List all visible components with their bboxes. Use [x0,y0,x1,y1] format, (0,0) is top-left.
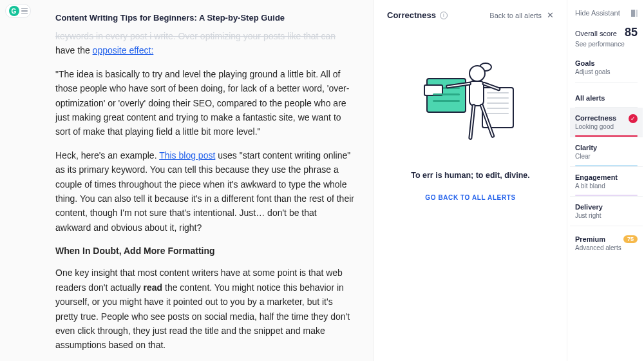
premium-count-badge: 75 [623,235,638,243]
close-icon[interactable]: ✕ [547,10,554,20]
check-icon: ✓ [629,114,638,123]
go-back-to-alerts-button[interactable]: GO BACK TO ALL ALERTS [425,194,515,201]
quote-paragraph: "The idea is basically to try and level … [55,67,354,139]
overall-score[interactable]: Overall score 85 [575,26,638,39]
document-column: Content Writing Tips for Beginners: A St… [0,0,374,361]
opposite-effect-link[interactable]: opposite effect: [93,45,154,55]
alert-panel: Correctness i Back to all alerts ✕ To er… [374,0,567,361]
assistant-sidebar: Hide Assistant Overall score 85 See perf… [567,0,644,361]
alert-title: Correctness [387,10,436,20]
goals-group[interactable]: Goals Adjust goals [575,59,638,83]
document-body[interactable]: keywords in every post i write. Over opt… [55,29,354,361]
motivational-quote: To err is human; to edit, divine. [411,171,530,180]
category-correctness[interactable]: Correctness Looking good ✓ [570,108,643,137]
premium-row[interactable]: Premium 75 [575,235,638,243]
section-heading: When In Doubt, Add More Formatting [55,244,354,258]
document-title: Content Writing Tips for Beginners: A St… [55,13,354,23]
this-blog-post-link[interactable]: This blog post [159,150,215,161]
editor-illustration [422,59,519,155]
category-engagement[interactable]: Engagement A bit bland [570,167,643,197]
category-clarity[interactable]: Clarity Clear [570,137,643,167]
premium-subtext: Advanced alerts [575,244,638,251]
collapse-icon[interactable] [631,10,638,17]
see-performance-link[interactable]: See performance [575,41,638,48]
struck-text: keywords in every post i write. Over opt… [55,31,336,41]
back-to-alerts-link[interactable]: Back to all alerts [489,12,542,19]
hide-assistant-link[interactable]: Hide Assistant [575,9,620,17]
info-icon[interactable]: i [440,12,448,19]
category-delivery[interactable]: Delivery Just right [570,197,643,226]
all-alerts-heading[interactable]: All alerts [575,94,638,108]
